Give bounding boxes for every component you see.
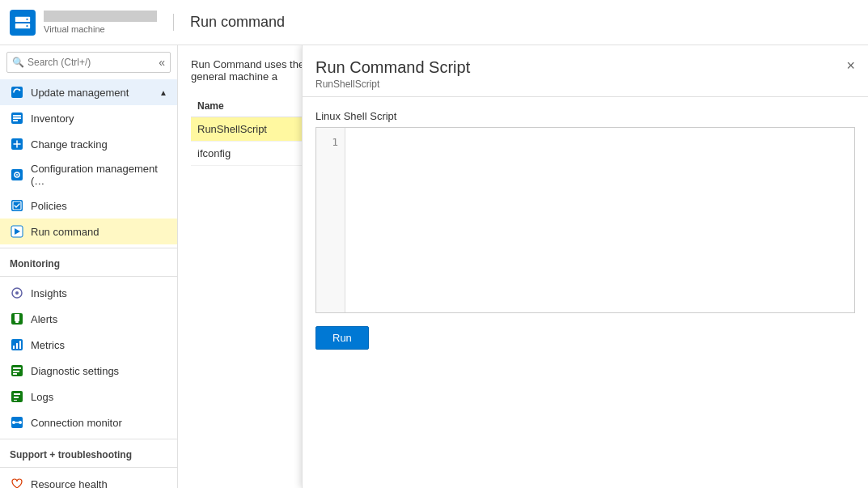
sidebar-item-alerts[interactable]: Alerts: [0, 306, 177, 332]
nav-divider-2: [0, 276, 177, 277]
sidebar-label-logs: Logs: [31, 391, 53, 403]
sidebar-label-metrics: Metrics: [31, 339, 65, 351]
insights-icon: [10, 286, 24, 300]
sidebar-label-inventory: Inventory: [31, 112, 74, 125]
sidebar-item-logs[interactable]: Logs: [0, 384, 177, 409]
svg-rect-7: [13, 117, 21, 119]
sidebar-item-configuration[interactable]: Configuration management (…: [0, 157, 177, 193]
search-input[interactable]: [28, 57, 159, 68]
run-icon: [10, 224, 24, 239]
sidebar-label-diagnostic: Diagnostic settings: [31, 365, 119, 377]
page-title: Run command: [173, 14, 285, 31]
sidebar-label-resource-health: Resource health: [31, 478, 108, 489]
metrics-icon: [10, 337, 24, 352]
diagnostic-icon: [10, 363, 24, 378]
config-icon: [10, 168, 24, 182]
collapse-icon[interactable]: «: [159, 56, 165, 69]
sidebar-item-insights[interactable]: Insights: [0, 280, 177, 306]
vm-name: [44, 11, 157, 22]
refresh-icon: [10, 85, 24, 100]
search-icon: 🔍: [12, 57, 24, 68]
sidebar-item-policies[interactable]: Policies: [0, 193, 177, 219]
search-box[interactable]: 🔍 «: [6, 52, 171, 73]
sidebar-item-inventory[interactable]: Inventory: [0, 105, 177, 131]
svg-rect-28: [13, 373, 17, 375]
sidebar-label-policies: Policies: [31, 200, 67, 212]
server-icon: [14, 14, 32, 32]
panel-title: Run Command Script: [315, 58, 470, 77]
support-section-label: Support + troubleshooting: [0, 443, 177, 464]
sidebar-label-alerts: Alerts: [31, 313, 57, 325]
sidebar-label-configuration: Configuration management (…: [31, 163, 167, 187]
connection-icon: [10, 415, 24, 430]
svg-point-18: [15, 291, 19, 295]
line-numbers: 1: [316, 128, 345, 312]
svg-rect-20: [15, 321, 19, 323]
nav-divider-4: [0, 467, 177, 468]
svg-rect-8: [13, 120, 18, 121]
sidebar-item-resource-health[interactable]: Resource health: [0, 471, 177, 488]
sidebar-item-run-command[interactable]: Run command: [0, 219, 177, 244]
svg-point-12: [16, 174, 18, 176]
logs-icon: [10, 389, 24, 404]
field-label: Linux Shell Script: [315, 110, 855, 122]
sidebar-item-connection-monitor[interactable]: Connection monitor: [0, 409, 177, 435]
sidebar-label-change-tracking: Change tracking: [31, 138, 108, 151]
svg-rect-27: [13, 371, 19, 372]
sidebar: 🔍 « Update management ▲: [0, 45, 178, 488]
line-number-1: 1: [332, 136, 338, 148]
script-editor-wrap: 1: [315, 127, 855, 313]
svg-rect-22: [13, 346, 15, 349]
vm-subtitle: Virtual machine: [44, 24, 157, 34]
sidebar-label-update-management: Update management: [31, 87, 129, 99]
vm-title-block: Virtual machine: [44, 11, 157, 34]
sidebar-item-update-management[interactable]: Update management ▲: [0, 79, 177, 105]
sidebar-label-run-command: Run command: [31, 226, 100, 238]
panel-overlay: Run Command Script RunShellScript × Linu…: [302, 45, 868, 488]
nav-divider-1: [0, 248, 177, 248]
svg-rect-23: [16, 343, 18, 349]
main-layout: 🔍 « Update management ▲: [0, 45, 868, 488]
health-icon: [10, 477, 24, 488]
sidebar-label-insights: Insights: [31, 287, 67, 299]
change-icon: [10, 137, 24, 151]
inventory-icon: [10, 111, 24, 125]
svg-rect-6: [13, 115, 21, 117]
svg-rect-26: [13, 367, 21, 369]
sidebar-label-connection-monitor: Connection monitor: [31, 417, 122, 429]
policy-icon: [10, 198, 24, 213]
panel-title-block: Run Command Script RunShellScript: [315, 58, 470, 90]
run-button[interactable]: Run: [315, 326, 369, 350]
vm-icon: [10, 10, 36, 36]
panel-body: Linux Shell Script 1 Run: [303, 97, 868, 488]
sidebar-item-diagnostic[interactable]: Diagnostic settings: [0, 358, 177, 384]
panel-close-button[interactable]: ×: [846, 58, 855, 73]
alerts-icon: [10, 312, 24, 326]
svg-rect-24: [19, 341, 21, 349]
content-area: Run Command uses the VM agent to run scr…: [178, 45, 868, 488]
svg-point-31: [12, 421, 15, 424]
svg-point-32: [19, 421, 22, 424]
svg-point-2: [26, 18, 28, 19]
sidebar-item-metrics[interactable]: Metrics: [0, 332, 177, 358]
monitoring-section-label: Monitoring: [0, 252, 177, 273]
chevron-up-icon: ▲: [159, 88, 167, 97]
top-bar: Virtual machine Run command: [0, 0, 868, 45]
sidebar-item-change-tracking[interactable]: Change tracking: [0, 131, 177, 157]
nav-divider-3: [0, 439, 177, 439]
script-textarea[interactable]: [345, 128, 854, 312]
panel-header: Run Command Script RunShellScript ×: [303, 45, 868, 97]
panel-subtitle: RunShellScript: [315, 79, 470, 90]
svg-rect-4: [11, 87, 23, 98]
svg-point-3: [26, 25, 28, 27]
